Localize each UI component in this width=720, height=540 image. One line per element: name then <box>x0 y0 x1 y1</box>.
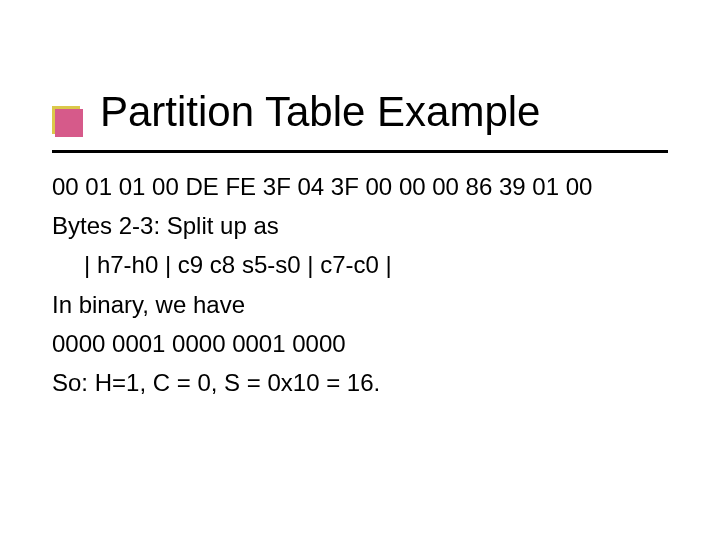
slide: Partition Table Example 00 01 01 00 DE F… <box>0 0 720 540</box>
bit-layout-line: | h7-h0 | c9 c8 s5-s0 | c7-c0 | <box>52 246 672 283</box>
hex-bytes-line: 00 01 01 00 DE FE 3F 04 3F 00 00 00 86 3… <box>52 168 672 205</box>
result-line: So: H=1, C = 0, S = 0x10 = 16. <box>52 364 672 401</box>
title-bullet-accent <box>52 106 80 134</box>
title-underline <box>52 150 668 153</box>
slide-title: Partition Table Example <box>100 88 540 136</box>
bytes-split-intro: Bytes 2-3: Split up as <box>52 207 672 244</box>
binary-intro-line: In binary, we have <box>52 286 672 323</box>
slide-body: 00 01 01 00 DE FE 3F 04 3F 00 00 00 86 3… <box>52 168 672 403</box>
title-wrap: Partition Table Example <box>100 88 540 136</box>
binary-bits-line: 0000 0001 0000 0001 0000 <box>52 325 672 362</box>
